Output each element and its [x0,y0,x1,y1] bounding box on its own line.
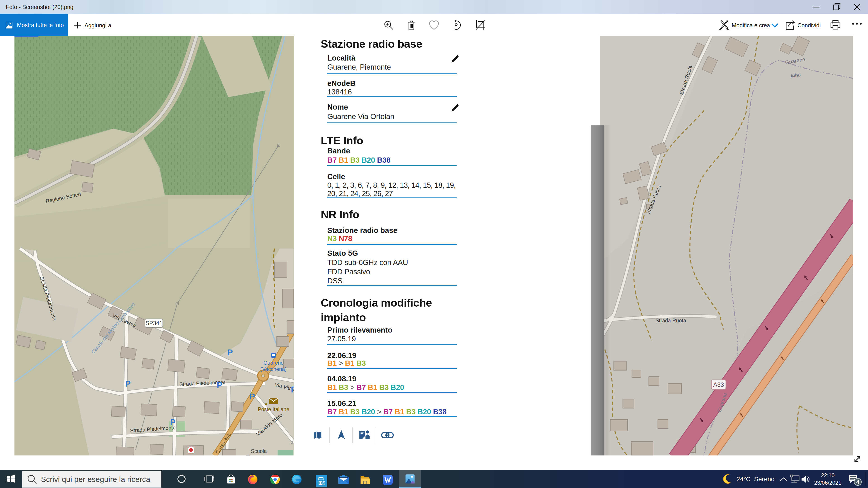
svg-text:P: P [217,381,222,390]
svg-text:P: P [250,392,255,401]
svg-text:Poste Italiane: Poste Italiane [258,406,289,412]
svg-text:P: P [291,385,294,394]
svg-text:Scuola: Scuola [251,448,267,454]
svg-text:P: P [170,418,176,427]
svg-text:P: P [125,379,131,388]
svg-text:Guarene: Guarene [264,360,284,366]
svg-text:SP341: SP341 [145,320,162,326]
svg-text:P: P [227,348,233,357]
svg-text:A33: A33 [713,381,724,388]
svg-text:2: 2 [291,440,293,445]
svg-text:(Vaccheria): (Vaccheria) [260,366,287,372]
svg-text:Strada Ruota: Strada Ruota [655,318,686,324]
svg-text:Elementare: Elementare [246,454,272,455]
